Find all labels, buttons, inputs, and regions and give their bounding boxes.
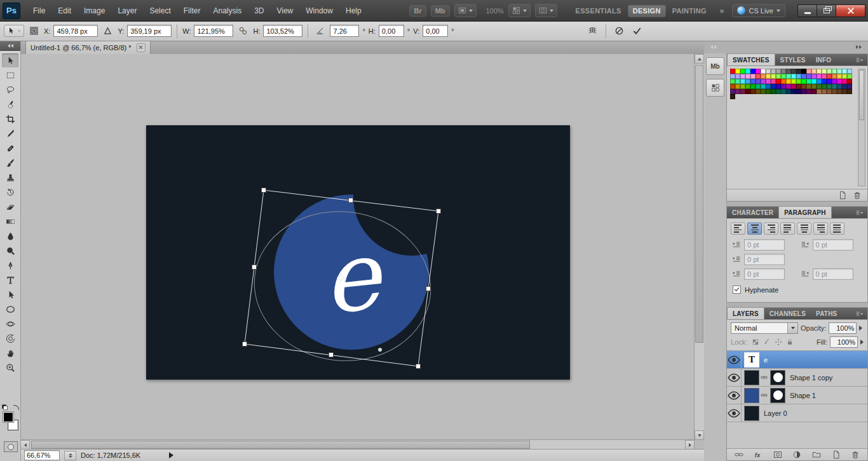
color-swatch[interactable] [735,79,740,84]
new-adjustment-layer-button[interactable] [792,450,803,460]
transform-handle[interactable] [349,198,353,203]
color-swatch[interactable] [740,79,745,84]
color-swatch[interactable] [827,69,832,74]
swatches-scroll-thumb[interactable] [859,70,864,120]
swatches-tab-info[interactable]: INFO [811,54,837,65]
history-brush-tool[interactable] [2,185,18,199]
horizontal-scroll-thumb[interactable] [31,441,530,449]
color-swatch[interactable] [817,69,822,74]
color-swatch[interactable] [811,79,817,84]
eyedropper-tool[interactable] [2,127,18,141]
indent-left-field[interactable]: 0 pt [744,239,785,251]
color-swatch[interactable] [827,84,832,89]
color-swatch[interactable] [756,89,761,94]
color-swatch[interactable] [832,74,837,79]
color-swatch[interactable] [847,89,852,94]
transform-handle[interactable] [243,342,247,347]
gradient-tool[interactable] [2,214,18,228]
color-swatch[interactable] [781,84,786,89]
transform-handle[interactable] [252,265,257,270]
y-position-input[interactable]: 359,19 px [127,25,172,37]
layers-panel-menu-icon[interactable] [853,309,865,318]
bridge-button[interactable]: Br [409,5,426,17]
color-swatch[interactable] [766,84,771,89]
justify-last-left-button[interactable] [780,223,795,235]
color-swatch[interactable] [745,84,750,89]
screen-mode-button[interactable] [535,4,557,17]
color-swatch[interactable] [735,84,740,89]
transform-handle[interactable] [437,209,441,214]
link-layers-button[interactable] [733,450,744,460]
color-swatch[interactable] [842,89,847,94]
swatches-tab-styles[interactable]: STYLES [775,54,811,65]
lock-transparency-button[interactable] [750,337,761,347]
color-swatch[interactable] [771,89,776,94]
fill-input[interactable]: 100% [830,336,858,348]
color-swatch[interactable] [827,89,832,94]
color-swatch[interactable] [811,74,817,79]
vertical-scroll-thumb[interactable] [695,65,703,343]
type-tab-paragraph[interactable]: PARAGRAPH [778,207,832,218]
color-swatch[interactable] [827,74,832,79]
transform-handle[interactable] [262,188,266,193]
color-swatch[interactable] [745,69,750,74]
canvas-area[interactable]: e [20,54,695,440]
color-swatch[interactable] [822,84,827,89]
color-swatch[interactable] [801,69,806,74]
rotation-input[interactable]: 7,26 [330,25,359,37]
color-swatch[interactable] [740,74,745,79]
color-swatch[interactable] [801,79,806,84]
menu-help[interactable]: Help [339,0,368,21]
color-swatch[interactable] [811,69,817,74]
color-swatch[interactable] [796,89,801,94]
ellipse-tool[interactable] [2,302,18,316]
move-tool[interactable] [2,53,18,67]
color-swatch[interactable] [735,74,740,79]
color-swatch[interactable] [791,89,796,94]
color-swatch[interactable] [786,74,791,79]
opacity-slider-icon[interactable] [859,326,862,331]
color-swatch[interactable] [832,84,837,89]
color-swatch[interactable] [791,74,796,79]
tool-preset-button[interactable] [4,25,24,37]
space-before-field[interactable]: 0 pt [744,268,785,280]
v-skew-input[interactable]: 0,00 [423,25,448,37]
space-after-field[interactable]: 0 pt [813,268,853,280]
lock-all-button[interactable] [784,337,795,347]
menu-window[interactable]: Window [299,0,339,21]
color-swatch[interactable] [745,89,750,94]
color-swatch[interactable] [796,69,801,74]
scroll-up-button[interactable] [695,54,704,64]
color-swatch[interactable] [730,84,735,89]
color-swatch[interactable] [766,89,771,94]
color-swatch[interactable] [730,69,735,74]
color-swatch[interactable] [781,74,786,79]
color-swatch[interactable] [776,74,781,79]
justify-last-right-button[interactable] [813,223,828,235]
swatches-scrollbar[interactable] [858,69,865,186]
new-layer-button[interactable] [831,450,841,460]
color-swatch[interactable] [740,69,745,74]
swatches-panel-menu-icon[interactable] [853,55,865,64]
height-scale-input[interactable]: 103,52% [263,25,302,37]
color-swatch[interactable] [806,89,811,94]
scroll-down-button[interactable] [695,430,704,440]
layer-visibility-toggle[interactable] [727,404,742,422]
color-swatch[interactable] [827,79,832,84]
close-button[interactable] [836,4,865,17]
color-swatch[interactable] [730,94,735,99]
restore-button[interactable] [817,4,836,17]
color-swatch[interactable] [771,74,776,79]
default-colors-icon[interactable] [2,404,8,410]
color-swatch[interactable] [730,74,735,79]
color-swatch[interactable] [811,84,817,89]
color-swatch[interactable] [776,79,781,84]
paragraph-panel-menu-icon[interactable] [853,208,865,217]
path-selection-tool[interactable] [2,287,18,301]
menu-select[interactable]: Select [143,0,177,21]
zoom-input[interactable]: 66,67% [24,450,60,460]
color-swatch[interactable] [837,69,842,74]
indent-right-field[interactable]: 0 pt [813,239,853,251]
lock-position-button[interactable] [773,337,783,347]
new-group-button[interactable] [811,450,822,460]
